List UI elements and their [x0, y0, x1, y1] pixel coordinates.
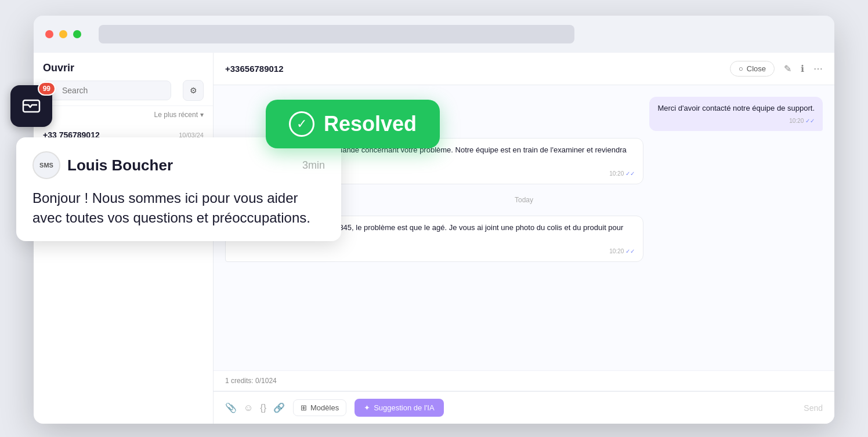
sms-label: SMS [39, 162, 53, 169]
notification-badge: 99 [38, 82, 56, 96]
message-time: 10:20 ✓✓ [234, 247, 635, 256]
tooltip-time: 3min [302, 159, 325, 172]
search-wrapper: 🔍 [43, 81, 178, 100]
main-window: Ouvrir 🔍 ⚙ Le plus récent ▾ [34, 16, 834, 421]
filter-button[interactable]: ⚙ [183, 80, 204, 101]
double-check-icon: ✓✓ [625, 170, 635, 177]
models-button[interactable]: ⊞ Modèles [293, 399, 346, 416]
tooltip-message-text: Bonjour ! Nous sommes ici pour vous aide… [32, 188, 325, 227]
chat-header-actions: ○ Close ✎ ℹ ⋯ [730, 61, 823, 77]
emoji-icon[interactable]: ☺ [244, 403, 253, 413]
resolved-overlay: ✓ Resolved [266, 100, 440, 148]
tooltip-header: SMS Louis Boucher 3min [32, 151, 325, 179]
message-time: 10:20 ✓✓ [657, 116, 815, 125]
resolved-label: Resolved [324, 112, 417, 136]
search-row: 🔍 ⚙ [43, 80, 204, 101]
link-icon[interactable]: 🔗 [273, 402, 285, 413]
chat-phone-number: +33656789012 [225, 64, 284, 74]
panel-title: Ouvrir [43, 62, 204, 74]
models-label: Modèles [310, 403, 339, 412]
attachment-icon[interactable]: 📎 [225, 402, 237, 413]
info-icon[interactable]: ℹ [801, 63, 804, 74]
left-panel-header: Ouvrir 🔍 ⚙ [34, 53, 213, 106]
credits-text: 1 credits: 0/1024 [225, 377, 277, 385]
sparkle-icon: ✦ [364, 403, 370, 412]
maximize-traffic-light[interactable] [73, 30, 81, 38]
minimize-traffic-light[interactable] [59, 30, 67, 38]
chat-input-icons: 📎 ☺ {} 🔗 [225, 402, 285, 413]
chat-header: +33656789012 ○ Close ✎ ℹ ⋯ [214, 53, 834, 85]
search-input[interactable] [43, 81, 171, 100]
inbox-icon [21, 96, 42, 116]
chevron-down-icon: ▾ [200, 111, 204, 119]
close-conversation-button[interactable]: ○ Close [730, 61, 775, 77]
credits-bar: 1 credits: 0/1024 [214, 370, 834, 391]
code-icon[interactable]: {} [260, 403, 266, 413]
double-check-icon: ✓✓ [625, 248, 635, 254]
chat-input-area: 📎 ☺ {} 🔗 ⊞ Modèles ✦ Suggestion de l'IA … [214, 391, 834, 424]
sort-row: Le plus récent ▾ [34, 106, 213, 123]
suggestion-label: Suggestion de l'IA [374, 403, 434, 412]
check-circle-icon: ○ [739, 64, 743, 73]
message-text: Merci d'avoir contacté notre équipe de s… [657, 104, 815, 112]
send-button[interactable]: Send [804, 403, 823, 413]
title-bar [34, 16, 834, 53]
address-bar [99, 25, 574, 43]
suggestion-button[interactable]: ✦ Suggestion de l'IA [355, 399, 443, 417]
chat-tooltip-card: SMS Louis Boucher 3min Bonjour ! Nous so… [16, 137, 341, 241]
close-traffic-light[interactable] [45, 30, 53, 38]
widget-icon[interactable]: 99 [10, 85, 52, 127]
table-icon: ⊞ [301, 403, 307, 412]
message-bubble: Merci d'avoir contacté notre équipe de s… [649, 97, 823, 131]
filter-icon: ⚙ [190, 86, 197, 95]
tooltip-contact-name: Louis Boucher [67, 156, 295, 174]
sort-label: Le plus récent [154, 111, 198, 119]
sms-avatar: SMS [32, 151, 60, 179]
more-icon[interactable]: ⋯ [813, 63, 823, 74]
double-check-icon: ✓✓ [805, 118, 815, 124]
close-label: Close [747, 64, 766, 73]
resolved-check-icon: ✓ [289, 111, 314, 137]
edit-icon[interactable]: ✎ [784, 63, 791, 74]
sort-button[interactable]: Le plus récent ▾ [154, 111, 204, 119]
